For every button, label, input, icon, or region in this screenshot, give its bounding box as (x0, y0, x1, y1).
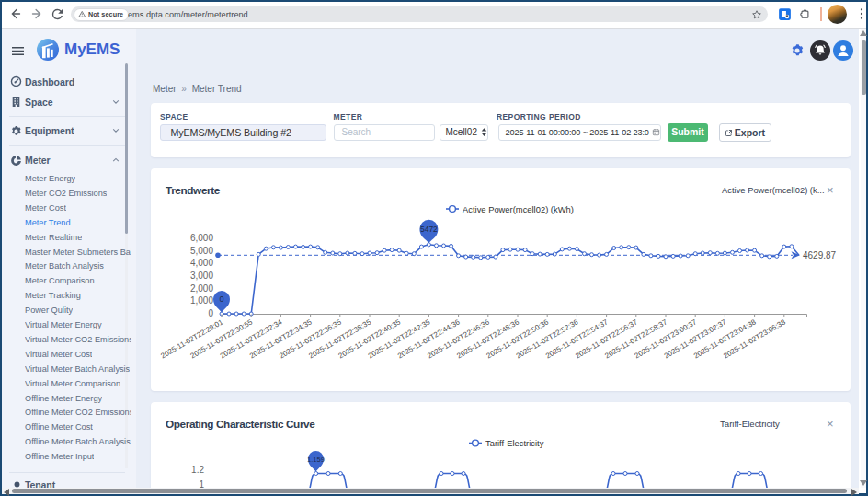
svg-text:3,000: 3,000 (190, 271, 213, 281)
svg-text:2,000: 2,000 (190, 283, 213, 294)
svg-text:0: 0 (208, 308, 213, 318)
svg-text:5472: 5472 (420, 225, 438, 234)
svg-text:6,000: 6,000 (190, 233, 213, 243)
svg-text:1.159: 1.159 (307, 456, 325, 464)
svg-text:1,000: 1,000 (190, 295, 213, 306)
svg-text:Tariff-Electricity: Tariff-Electricity (485, 438, 544, 448)
svg-text:Active Power(mcell02) (kWh): Active Power(mcell02) (kWh) (463, 204, 574, 214)
svg-text:4,000: 4,000 (190, 258, 213, 268)
svg-text:1.2: 1.2 (191, 465, 204, 475)
svg-text:5,000: 5,000 (190, 246, 213, 256)
svg-text:4629.87: 4629.87 (803, 250, 837, 260)
svg-text:0: 0 (219, 294, 223, 304)
svg-text:1: 1 (199, 479, 204, 488)
